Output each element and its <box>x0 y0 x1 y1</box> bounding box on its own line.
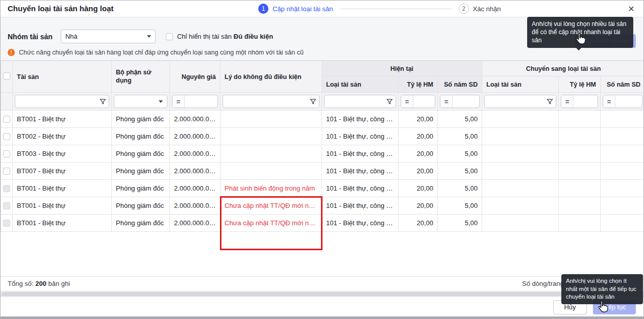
cell-target-rate <box>559 180 601 197</box>
row-checkbox-cell <box>1 128 13 145</box>
filter-funnel-icon[interactable] <box>96 95 109 108</box>
row-checkbox-cell <box>1 215 13 232</box>
cell-current-rate: 20,00 <box>399 197 438 215</box>
cell-current-years: 5,00 <box>438 128 482 145</box>
row-checkbox-cell <box>1 111 13 128</box>
filter-department-cell <box>112 93 170 111</box>
header-asset: Tài sản <box>13 61 112 93</box>
cell-current-rate: 20,00 <box>399 111 438 128</box>
cell-current-rate: 20,00 <box>399 215 438 232</box>
filter-target-rate-input[interactable] <box>574 95 598 108</box>
cell-asset: BT001 - Biệt thự <box>13 215 112 232</box>
filter-funnel-icon[interactable] <box>307 95 319 108</box>
filter-reason-input[interactable] <box>223 95 307 108</box>
equals-operator[interactable]: = <box>561 95 574 108</box>
cell-current-type: 101 - Biệt thự, công tr... <box>322 111 399 128</box>
filter-current-type-input[interactable] <box>325 95 383 108</box>
row-checkbox-cell <box>1 163 13 180</box>
row-checkbox <box>3 185 10 192</box>
table-row: BT001 - Biệt thựPhòng giám đốc2.000.000.… <box>1 197 644 215</box>
cell-department: Phòng giám đốc <box>112 197 170 215</box>
cell-current-years: 5,00 <box>438 180 482 197</box>
cell-asset: BT003 - Biệt thự <box>13 145 112 163</box>
row-checkbox[interactable] <box>3 133 10 140</box>
filter-cost-input[interactable] <box>185 95 217 108</box>
step-2-number: 2 <box>459 4 469 14</box>
checkbox-box[interactable] <box>166 33 173 40</box>
equals-operator[interactable]: = <box>440 95 453 108</box>
cell-current-type: 101 - Biệt thự, công tr... <box>322 163 399 180</box>
cell-ineligible-reason <box>220 145 322 163</box>
cell-target-type <box>482 180 559 197</box>
scrollbar-thumb[interactable] <box>2 292 563 296</box>
cell-current-type: 101 - Biệt thự, công tr... <box>322 180 399 197</box>
filter-asset-input[interactable] <box>15 95 96 108</box>
row-checkbox[interactable] <box>3 168 10 175</box>
row-checkbox <box>3 202 10 209</box>
select-all-checkbox[interactable] <box>3 72 10 79</box>
cell-department: Phòng giám đốc <box>112 215 170 232</box>
cell-original-cost: 2.000.000.000 <box>170 215 220 232</box>
row-checkbox-cell <box>1 180 13 197</box>
cell-asset: BT007 - Biệt thự <box>13 163 112 180</box>
filter-target-years-input[interactable] <box>615 95 642 108</box>
bulk-asset-transfer-modal: Chuyển loại tài sản hàng loạt 1 Cập nhật… <box>0 0 644 319</box>
cell-ineligible-reason: Phát sinh biến động trong năm <box>220 180 322 197</box>
page-title: Chuyển loại tài sản hàng loạt <box>8 1 114 17</box>
table-row: BT001 - Biệt thựPhòng giám đốc2.000.000.… <box>1 215 644 232</box>
cell-current-type: 101 - Biệt thự, công tr... <box>322 197 399 215</box>
header-current-years: Số năm SD <box>438 76 482 93</box>
asset-group-value: Nhà <box>65 33 147 40</box>
group-header-target: Chuyển sang loại tài sản <box>482 61 644 76</box>
asset-group-select[interactable]: Nhà <box>61 30 156 43</box>
cell-department: Phòng giám đốc <box>112 128 170 145</box>
filter-target-type-input[interactable] <box>485 95 543 108</box>
close-icon[interactable]: ✕ <box>625 3 637 15</box>
table-row: BT001 - Biệt thựPhòng giám đốc2.000.000.… <box>1 180 644 197</box>
step-1-number: 1 <box>258 4 268 14</box>
filter-spacer-cell <box>1 93 13 111</box>
equals-operator[interactable]: = <box>172 95 185 108</box>
filter-funnel-icon[interactable] <box>383 95 395 108</box>
cell-asset: BT001 - Biệt thự <box>13 180 112 197</box>
filter-current-years-input[interactable] <box>453 95 479 108</box>
cell-original-cost: 2.000.000.000 <box>170 163 220 180</box>
cell-target-type <box>482 111 559 128</box>
cell-target-type <box>482 128 559 145</box>
header-current-type: Loại tài sản <box>322 76 399 93</box>
table-body: BT001 - Biệt thựPhòng giám đốc2.000.000.… <box>1 111 644 232</box>
cell-current-years: 5,00 <box>438 163 482 180</box>
table-row: BT007 - Biệt thựPhòng giám đốc2.000.000.… <box>1 163 644 180</box>
filter-target-type-cell <box>482 93 559 111</box>
cell-current-years: 5,00 <box>438 197 482 215</box>
filter-current-type-cell <box>322 93 399 111</box>
filter-funnel-icon[interactable] <box>543 95 556 108</box>
equals-operator[interactable]: = <box>603 95 615 108</box>
wizard-steps: 1 Cập nhật loại tài sản 2 Xác nhận <box>258 1 501 17</box>
filter-current-rate-input[interactable] <box>413 95 435 108</box>
cell-current-rate: 20,00 <box>399 163 438 180</box>
cell-ineligible-reason <box>220 163 322 180</box>
filter-department-input[interactable] <box>114 95 155 108</box>
eligible-only-checkbox[interactable]: Chỉ hiển thị tài sản Đủ điều kiện <box>166 33 273 40</box>
horizontal-scrollbar <box>1 291 643 297</box>
equals-operator[interactable]: = <box>401 95 413 108</box>
select-all-cell <box>1 61 13 93</box>
cell-original-cost: 2.000.000.000 <box>170 111 220 128</box>
cell-current-rate: 20,00 <box>399 180 438 197</box>
filter-target-rate-cell: = <box>559 93 601 111</box>
assets-table-area: Tài sản Bộ phận sử dụng Nguyên giá Lý do… <box>1 61 643 276</box>
row-checkbox-cell <box>1 197 13 215</box>
cell-target-type <box>482 215 559 232</box>
cell-target-rate <box>559 111 601 128</box>
step-2-label: Xác nhận <box>473 5 501 13</box>
caret-down-icon[interactable] <box>155 95 167 108</box>
row-checkbox[interactable] <box>3 116 10 123</box>
cell-asset: BT001 - Biệt thự <box>13 197 112 215</box>
row-checkbox[interactable] <box>3 150 10 157</box>
cell-current-years: 5,00 <box>438 215 482 232</box>
table-row: BT003 - Biệt thựPhòng giám đốc2.000.000.… <box>1 145 644 163</box>
asset-group-label: Nhóm tài sản <box>8 33 53 41</box>
step-1-label: Cập nhật loại tài sản <box>273 5 333 13</box>
cell-original-cost: 2.000.000.000 <box>170 145 220 163</box>
